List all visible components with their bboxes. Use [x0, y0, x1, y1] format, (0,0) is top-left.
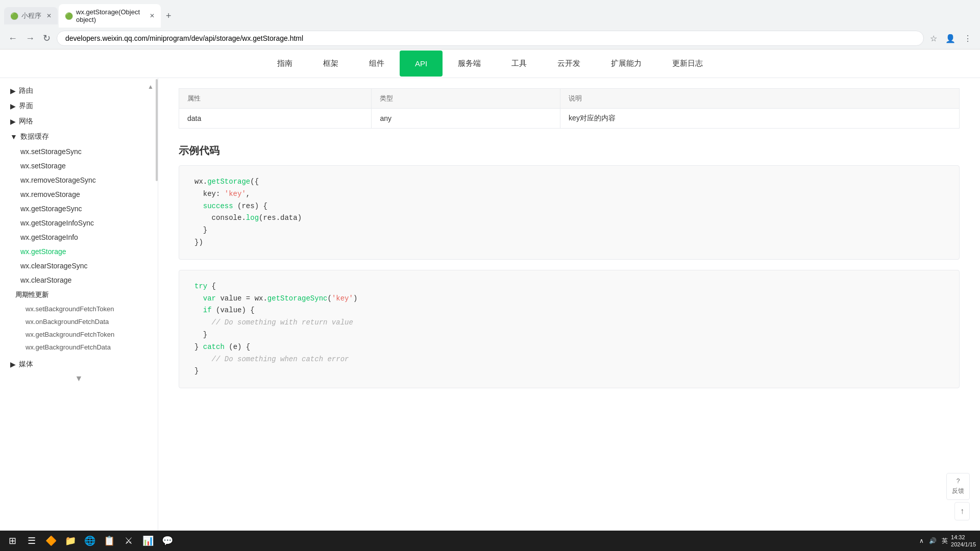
tab-getstorage[interactable]: 🟢 wx.getStorage(Object object) ✕ — [59, 4, 161, 28]
nav-kuozhan[interactable]: 扩展能力 — [596, 51, 657, 77]
nav-gengxin[interactable]: 更新日志 — [657, 51, 718, 77]
code-line-1: wx.getStorage({ — [194, 176, 944, 188]
code-catch-close-line: } — [194, 365, 944, 378]
code-line-5: } — [194, 224, 944, 237]
forward-button[interactable]: → — [23, 31, 37, 46]
code-getStorageSync: getStorageSync — [267, 294, 328, 303]
taskbar-start-button[interactable]: ⊞ — [4, 533, 20, 535]
profile-icon[interactable]: 👤 — [943, 32, 958, 45]
cell-desc: key对应的内容 — [560, 109, 960, 129]
sidebar-item-onBgFetchData[interactable]: wx.onBackgroundFetchData — [0, 315, 158, 328]
code-line-6: }) — [194, 237, 944, 249]
nav-api[interactable]: API — [400, 51, 443, 77]
code-catch-params: (e) { — [225, 343, 250, 351]
taskbar-icon-7[interactable]: 💬 — [159, 533, 176, 535]
address-bar: ← → ↻ developers.weixin.qq.com/miniprogr… — [0, 28, 980, 49]
url-bar[interactable]: developers.weixin.qq.com/miniprogram/dev… — [57, 31, 924, 46]
sidebar-storage-label: 数据缓存 — [20, 132, 49, 141]
bookmark-icon[interactable]: ☆ — [928, 32, 939, 45]
sidebar-meiti-arrow: ▶ — [10, 360, 16, 368]
tab-miniprogram[interactable]: 🟢 小程序 ✕ — [4, 7, 58, 24]
site-nav: 指南 框架 组件 API 服务端 工具 云开发 扩展能力 更新日志 — [262, 51, 718, 77]
params-table: 属性 类型 说明 data any key对应的内容 — [179, 88, 960, 129]
sidebar-storage-arrow: ▼ — [10, 133, 17, 141]
sidebar-jiemian-label: 界面 — [19, 102, 33, 111]
sidebar-item-clearStorage[interactable]: wx.clearStorage — [0, 273, 158, 287]
tab2-favicon: 🟢 — [65, 12, 73, 20]
sidebar-item-getBgFetchToken[interactable]: wx.getBackgroundFetchToken — [0, 328, 158, 341]
table-row: data any key对应的内容 — [179, 109, 960, 129]
sidebar-group-wangluo[interactable]: ▶ 网络 — [0, 114, 158, 129]
nav-zhinan[interactable]: 指南 — [262, 51, 308, 77]
code-var-line: var value = wx.getStorageSync('key') — [194, 293, 944, 305]
code-if-indent — [194, 306, 203, 314]
col-type: 类型 — [372, 89, 560, 109]
sidebar-group-storage[interactable]: ▼ 数据缓存 — [0, 129, 158, 144]
code-catch-close: } — [194, 343, 203, 351]
main-layout: ▲ ▶ 路由 ▶ 界面 ▶ 网络 ▼ 数据缓存 wx.setStorageSyn… — [0, 78, 980, 535]
refresh-button[interactable]: ↻ — [41, 31, 53, 46]
code-try-line: try { — [194, 281, 944, 293]
sidebar-item-removeStorageSync[interactable]: wx.removeStorageSync — [0, 173, 158, 187]
code-block-1: wx.getStorage({ key: 'key', success (res… — [179, 165, 960, 260]
sidebar-item-setStorageSync[interactable]: wx.setStorageSync — [0, 144, 158, 159]
code-catch-line: } catch (e) { — [194, 341, 944, 354]
tab2-close[interactable]: ✕ — [150, 12, 155, 19]
code-try-kw: try — [194, 282, 207, 290]
taskbar-icon-2[interactable]: 📁 — [62, 533, 79, 535]
taskbar-left: ⊞ ☰ 🔶 📁 🌐 📋 ⚔ 📊 💬 — [4, 533, 176, 535]
code-line-3: success (res) { — [194, 201, 944, 213]
tab1-close[interactable]: ✕ — [46, 12, 52, 19]
nav-zujian[interactable]: 组件 — [354, 51, 400, 77]
sidebar-item-setStorage[interactable]: wx.setStorage — [0, 159, 158, 173]
new-tab-button[interactable]: + — [162, 9, 176, 23]
sidebar-scrollbar-thumb — [156, 79, 158, 181]
feedback-label: 反馈 — [952, 487, 964, 495]
taskbar-icon-1[interactable]: 🔶 — [43, 533, 59, 535]
sidebar-item-getStorage[interactable]: wx.getStorage — [0, 244, 158, 259]
sidebar-group-jiemian[interactable]: ▶ 界面 — [0, 98, 158, 114]
code-wx: wx. — [194, 178, 207, 186]
code-log-args: (res.data) — [259, 214, 302, 222]
nav-fuwuduan[interactable]: 服务端 — [443, 51, 496, 77]
sidebar-scroll-down[interactable]: ▼ — [0, 372, 158, 385]
sidebar-group-meiti[interactable]: ▶ 媒体 — [0, 357, 158, 372]
back-to-top-button[interactable]: ↑ — [954, 502, 970, 520]
code-final-close: }) — [194, 238, 203, 246]
url-text: developers.weixin.qq.com/miniprogram/dev… — [65, 34, 303, 42]
sidebar-group-luyou[interactable]: ▶ 路由 — [0, 83, 158, 98]
sidebar-item-removeStorage[interactable]: wx.removeStorage — [0, 187, 158, 202]
sidebar-item-setBgFetchToken[interactable]: wx.setBackgroundFetchToken — [0, 303, 158, 315]
taskbar-icon-3[interactable]: 🌐 — [82, 533, 98, 535]
taskbar-icon-6[interactable]: 📊 — [140, 533, 156, 535]
back-button[interactable]: ← — [6, 31, 19, 46]
sidebar-item-getBgFetchData[interactable]: wx.getBackgroundFetchData — [0, 341, 158, 354]
sidebar-jiemian-arrow: ▶ — [10, 102, 16, 110]
code-getStorage-func: getStorage — [207, 178, 250, 186]
nav-gongju[interactable]: 工具 — [496, 51, 542, 77]
code-if-close-line: } — [194, 329, 944, 341]
sidebar-scroll-up[interactable]: ▲ — [148, 83, 154, 90]
code-comment-line: // Do something with return value — [194, 317, 944, 329]
feedback-button[interactable]: ? 反馈 — [946, 473, 970, 500]
menu-icon[interactable]: ⋮ — [962, 32, 974, 45]
code-console: console. — [194, 214, 246, 222]
code-var-indent — [194, 294, 203, 303]
table-container: 属性 类型 说明 data any key对应的内容 — [179, 88, 960, 129]
sidebar-item-getStorageInfoSync[interactable]: wx.getStorageInfoSync — [0, 216, 158, 230]
sidebar-item-getStorageSync[interactable]: wx.getStorageSync — [0, 202, 158, 216]
taskbar-icon-5[interactable]: ⚔ — [120, 533, 137, 535]
taskbar-right: ∧ 🔊 英 14:322024/1/15 — [919, 534, 976, 535]
code-value-assign: value = wx. — [216, 294, 267, 303]
nav-kuangjia[interactable]: 框架 — [308, 51, 354, 77]
taskbar-task-view[interactable]: ☰ — [23, 533, 40, 535]
taskbar-icon-4[interactable]: 📋 — [101, 533, 117, 535]
code-key-value: 'key' — [225, 190, 246, 198]
sidebar-item-clearStorageSync[interactable]: wx.clearStorageSync — [0, 259, 158, 273]
nav-yunkf[interactable]: 云开发 — [542, 51, 596, 77]
code-catch-comment-line: // Do something when catch error — [194, 354, 944, 366]
code-log-func: log — [246, 214, 259, 222]
cell-attr: data — [179, 109, 372, 129]
sidebar-item-getStorageInfo[interactable]: wx.getStorageInfo — [0, 230, 158, 244]
code-block-2: try { var value = wx.getStorageSync('key… — [179, 270, 960, 388]
